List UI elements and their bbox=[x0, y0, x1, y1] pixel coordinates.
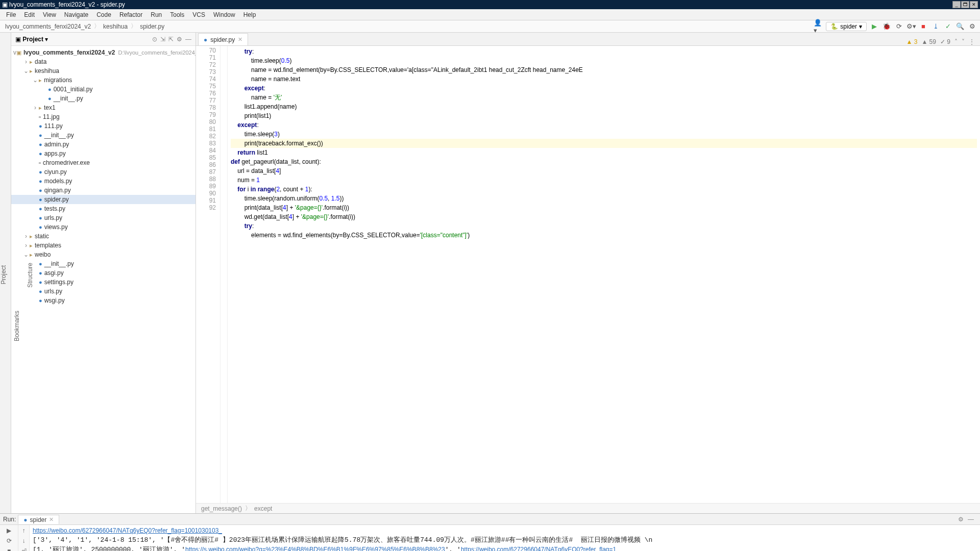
tree-item[interactable]: ›▸tex1 bbox=[11, 103, 195, 112]
settings-icon[interactable]: ⚙ bbox=[177, 36, 182, 43]
tree-item[interactable]: ●0001_initial.py bbox=[11, 85, 195, 94]
maximize-button[interactable]: 🗖 bbox=[961, 1, 969, 8]
rerun-debug-icon[interactable]: ⟳ bbox=[7, 537, 12, 544]
up-icon[interactable]: ↑ bbox=[22, 527, 26, 534]
menu-item[interactable]: Edit bbox=[21, 10, 38, 19]
tree-root[interactable]: v▣ lvyou_comments_fenxi2024_v2 D:\lvyou_… bbox=[11, 48, 195, 57]
menu-item[interactable]: Run bbox=[148, 10, 165, 19]
more-icon[interactable]: ⋮ bbox=[969, 38, 975, 45]
tree-item[interactable]: ●111.py bbox=[11, 121, 195, 131]
run-panel: Run: ● spider ✕ ⚙ — ▶ ⟳ ■ ⊞ 📌 ↑ ↓ ⏎ ⤓ 🖶 … bbox=[0, 513, 980, 551]
left-tool-stripe: Project Bookmarks Structure bbox=[0, 33, 11, 513]
tree-item[interactable]: ⌄▸weibo bbox=[11, 250, 195, 259]
editor-tab[interactable]: ● spider.py ✕ bbox=[198, 33, 248, 45]
project-tree[interactable]: v▣ lvyou_comments_fenxi2024_v2 D:\lvyou_… bbox=[11, 46, 195, 513]
run-toolbar-1: ▶ ⟳ ■ ⊞ 📌 bbox=[0, 525, 18, 551]
menu-item[interactable]: View bbox=[40, 10, 59, 19]
stop-button[interactable]: ■ bbox=[919, 22, 928, 31]
tree-item[interactable]: ●tests.py bbox=[11, 204, 195, 213]
console-output[interactable]: https://weibo.com/6272966047/NATq6yEQ0?r… bbox=[30, 525, 980, 551]
project-view-selector[interactable]: ▣ Project ▾ bbox=[15, 36, 48, 43]
user-icon[interactable]: 👤▾ bbox=[814, 22, 823, 31]
coverage-button[interactable]: ⟳ bbox=[894, 22, 903, 31]
project-tool-button[interactable]: Project bbox=[0, 265, 7, 284]
main-menu: FileEditViewNavigateCodeRefactorRunTools… bbox=[0, 9, 980, 20]
editor-breadcrumb: get_message() 〉 except bbox=[196, 503, 980, 513]
close-tab-icon[interactable]: ✕ bbox=[49, 516, 54, 523]
tree-item[interactable]: ●urls.py bbox=[11, 287, 195, 296]
profile-button[interactable]: ⚙▾ bbox=[906, 22, 916, 31]
main-area: Project Bookmarks Structure ▣ Project ▾ … bbox=[0, 33, 980, 513]
tree-item[interactable]: ●__init__.py bbox=[11, 131, 195, 140]
stop-icon[interactable]: ■ bbox=[7, 547, 11, 551]
tree-item[interactable]: ●views.py bbox=[11, 222, 195, 232]
python-icon: ● bbox=[23, 516, 27, 523]
breadcrumb-item[interactable]: keshihua bbox=[101, 22, 130, 31]
tree-item[interactable]: ●__init__.py bbox=[11, 259, 195, 268]
code-editor[interactable]: 7071727374757677787980818283848586878889… bbox=[196, 46, 980, 503]
tree-item[interactable]: ●asgi.py bbox=[11, 268, 195, 278]
close-button[interactable]: ✕ bbox=[970, 1, 978, 8]
close-tab-icon[interactable]: ✕ bbox=[238, 36, 242, 43]
breadcrumb-item[interactable]: spider.py bbox=[138, 22, 166, 31]
weak-warning-indicator[interactable]: ▲ 59 bbox=[921, 38, 936, 45]
debug-button[interactable]: 🐞 bbox=[882, 22, 891, 31]
rerun-icon[interactable]: ▶ bbox=[7, 527, 11, 534]
tree-item[interactable]: ●spider.py bbox=[11, 195, 195, 204]
run-button[interactable]: ▶ bbox=[870, 22, 879, 31]
bookmarks-tool-button[interactable]: Bookmarks bbox=[13, 311, 20, 341]
window-titlebar: ▣ lvyou_comments_fenxi2024_v2 - spider.p… bbox=[0, 0, 980, 9]
minimize-button[interactable]: _ bbox=[952, 1, 961, 8]
down-icon[interactable]: ↓ bbox=[22, 537, 26, 544]
menu-item[interactable]: Window bbox=[210, 10, 238, 19]
menu-item[interactable]: Navigate bbox=[61, 10, 91, 19]
python-icon: 🐍 bbox=[830, 23, 838, 30]
tree-item[interactable]: ●admin.py bbox=[11, 140, 195, 149]
window-title: lvyou_comments_fenxi2024_v2 - spider.py bbox=[9, 1, 125, 8]
editor-area: ● spider.py ✕ ▲ 3 ▲ 59 ✓ 9 ˄ ˅ ⋮ 7071727… bbox=[196, 33, 980, 513]
settings-icon[interactable]: ⚙ bbox=[958, 516, 964, 523]
tree-item[interactable]: ›▸static bbox=[11, 232, 195, 241]
tree-item[interactable]: ●__init__.py bbox=[11, 94, 195, 103]
structure-tool-button[interactable]: Structure bbox=[27, 263, 34, 288]
collapse-all-icon[interactable]: ⇱ bbox=[168, 36, 174, 43]
navigation-bar: lvyou_comments_fenxi2024_v2 〉 keshihua 〉… bbox=[0, 20, 980, 33]
tree-item[interactable]: ›▸templates bbox=[11, 241, 195, 250]
tree-item[interactable]: ●models.py bbox=[11, 177, 195, 186]
menu-item[interactable]: Code bbox=[93, 10, 114, 19]
search-icon[interactable]: 🔍 bbox=[955, 22, 965, 31]
tree-item[interactable]: ●apps.py bbox=[11, 149, 195, 158]
warning-indicator[interactable]: ▲ 3 bbox=[906, 38, 917, 45]
run-config-selector[interactable]: 🐍 spider ▾ bbox=[826, 22, 867, 31]
run-tab[interactable]: ● spider ✕ bbox=[18, 515, 59, 524]
run-panel-header: Run: ● spider ✕ ⚙ — bbox=[0, 514, 980, 525]
tree-item[interactable]: ⌄▸keshihua bbox=[11, 66, 195, 76]
tree-item[interactable]: ●ciyun.py bbox=[11, 167, 195, 177]
tree-item[interactable]: ●qingan.py bbox=[11, 186, 195, 195]
typo-indicator[interactable]: ✓ 9 bbox=[940, 38, 950, 45]
tree-item[interactable]: ▫11.jpg bbox=[11, 112, 195, 121]
menu-item[interactable]: Help bbox=[240, 10, 259, 19]
select-opened-icon[interactable]: ⊙ bbox=[152, 36, 157, 43]
settings-icon[interactable]: ⚙ bbox=[968, 22, 977, 31]
chevron-down-icon[interactable]: ˅ bbox=[962, 38, 965, 45]
breadcrumb-item[interactable]: lvyou_comments_fenxi2024_v2 bbox=[3, 22, 93, 31]
expand-all-icon[interactable]: ⇲ bbox=[160, 36, 165, 43]
tree-item[interactable]: ●urls.py bbox=[11, 213, 195, 222]
menu-item[interactable]: VCS bbox=[189, 10, 208, 19]
git-update-icon[interactable]: ⤓ bbox=[931, 22, 940, 31]
app-icon: ▣ bbox=[2, 1, 8, 8]
menu-item[interactable]: Refactor bbox=[116, 10, 145, 19]
wrap-icon[interactable]: ⏎ bbox=[21, 547, 27, 551]
tree-item[interactable]: ›▸data bbox=[11, 57, 195, 66]
menu-item[interactable]: Tools bbox=[167, 10, 187, 19]
hide-icon[interactable]: — bbox=[968, 516, 974, 523]
menu-item[interactable]: File bbox=[3, 10, 19, 19]
tree-item[interactable]: ⌄▸migrations bbox=[11, 76, 195, 85]
git-commit-icon[interactable]: ✓ bbox=[943, 22, 952, 31]
hide-icon[interactable]: — bbox=[185, 36, 191, 43]
tree-item[interactable]: ▫chromedriver.exe bbox=[11, 158, 195, 167]
chevron-up-icon[interactable]: ˄ bbox=[954, 38, 958, 45]
tree-item[interactable]: ●wsgi.py bbox=[11, 296, 195, 305]
tree-item[interactable]: ●settings.py bbox=[11, 278, 195, 287]
